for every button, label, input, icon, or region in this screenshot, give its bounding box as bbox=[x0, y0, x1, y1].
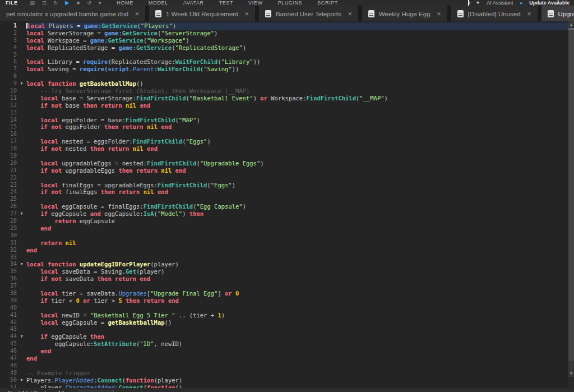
undo-icon[interactable]: ↺ bbox=[87, 0, 91, 6]
code-line[interactable]: 15 if not eggsFolder then return nil end bbox=[0, 123, 568, 131]
tab-1-week-old-requirement[interactable]: 1 Week Old Requirement× bbox=[149, 6, 255, 21]
close-icon[interactable]: × bbox=[348, 10, 352, 18]
code-line[interactable]: 47end bbox=[0, 355, 568, 362]
code-line[interactable]: 41 local newID = "Basketball Egg 5 Tier … bbox=[0, 312, 568, 319]
tab-disabled-unused[interactable]: [Disabled] Unused× bbox=[451, 6, 538, 21]
fold-arrow-icon[interactable]: ▼ bbox=[17, 210, 26, 218]
code-line[interactable]: 37 bbox=[0, 283, 568, 290]
code-line[interactable]: 26 local eggCapsule = finalEggs:FindFirs… bbox=[0, 203, 568, 210]
code-line[interactable]: 4local ReplicatedStorage = game:GetServi… bbox=[0, 44, 568, 52]
code-line[interactable]: 13 bbox=[0, 109, 568, 117]
fold-arrow-icon[interactable]: ▼ bbox=[17, 333, 26, 340]
script-editor[interactable]: 1local Players = game:GetService("Player… bbox=[0, 21, 568, 388]
scroll-down-icon[interactable]: ▼ bbox=[568, 370, 574, 377]
scrollbar-thumb[interactable] bbox=[568, 29, 574, 361]
fold-arrow-icon[interactable]: ▼ bbox=[17, 261, 26, 268]
code-line[interactable]: 32end bbox=[0, 247, 568, 254]
code-line[interactable]: 49-- Example trigger bbox=[0, 370, 568, 377]
tab-pet-simulator-x-upgraded-bambs-game-rbxl[interactable]: pet simulator x upgraded bambs game.rbxl… bbox=[0, 6, 145, 21]
menu-avatar[interactable]: AVATAR bbox=[183, 0, 204, 6]
code-line[interactable]: 14 local eggsFolder = base:FindFirstChil… bbox=[0, 117, 568, 124]
code-line[interactable]: 25 bbox=[0, 196, 568, 203]
tab-weekly-huge-egg[interactable]: Weekly Huge Egg× bbox=[362, 6, 447, 21]
code-line[interactable]: 19 bbox=[0, 153, 568, 160]
menu-plugins[interactable]: PLUGINS bbox=[278, 0, 303, 6]
code-line[interactable]: 16 bbox=[0, 131, 568, 138]
publish-icon[interactable]: ⊡ bbox=[42, 0, 47, 6]
output-tab[interactable]: Output bbox=[78, 390, 114, 392]
code-line[interactable]: 46 end bbox=[0, 348, 568, 355]
code-line[interactable]: 42 local eggCapsule = getBasketballMap() bbox=[0, 319, 568, 326]
line-number: 3 bbox=[0, 37, 17, 44]
close-icon[interactable]: × bbox=[527, 10, 531, 18]
save-icon[interactable]: ▤ bbox=[30, 0, 35, 6]
code-line[interactable]: 51 player.CharacterAdded:Connect(functio… bbox=[0, 384, 568, 388]
chevron-down-icon[interactable]: ▾ bbox=[468, 0, 469, 6]
fold-arrow-icon[interactable]: ▼ bbox=[17, 377, 26, 384]
code-line[interactable]: 36 if not saveData then return end bbox=[0, 275, 568, 283]
code-line[interactable]: 5 bbox=[0, 52, 568, 59]
find-all-replace-all-tab[interactable]: Find All / Replace All bbox=[8, 390, 64, 392]
file-menu[interactable]: FILE bbox=[6, 0, 18, 6]
code-line[interactable]: 24 if not finalEggs then return nil end bbox=[0, 188, 568, 196]
code-line[interactable]: 44▼ if eggCapsule then bbox=[0, 333, 568, 340]
code-line[interactable]: 35 local saveData = Saving.Get(player) bbox=[0, 268, 568, 275]
code-line[interactable]: 45 eggCapsule:SetAttribute("ID", newID) bbox=[0, 340, 568, 348]
tab-upgradable-eggs-yeet[interactable]: Upgradable Eggs (Yeet)× bbox=[541, 6, 574, 21]
redo-icon[interactable]: ↻ bbox=[54, 0, 58, 6]
update-available-button[interactable]: Update Available bbox=[529, 0, 570, 6]
menu-model[interactable]: MODEL bbox=[149, 0, 168, 6]
code-line[interactable]: 11 local base = ServerStorage:FindFirstC… bbox=[0, 95, 568, 102]
code-line[interactable]: 28 return eggCapsule bbox=[0, 218, 568, 225]
code-line[interactable]: 18 if not nested then return nil end bbox=[0, 145, 568, 153]
close-icon[interactable]: × bbox=[245, 10, 249, 18]
code-line[interactable]: 50▼Players.PlayerAdded:Connect(function(… bbox=[0, 377, 568, 384]
code-line[interactable]: 10 -- Try ServerStorage first (Studio), … bbox=[0, 87, 568, 95]
stop-icon[interactable]: ■ bbox=[77, 0, 80, 6]
code-line[interactable]: 48 bbox=[0, 362, 568, 370]
menu-home[interactable]: HOME bbox=[117, 0, 133, 6]
code-line[interactable]: 20 local upgradableEggs = nested:FindFir… bbox=[0, 160, 568, 167]
menu-test[interactable]: TEST bbox=[219, 0, 233, 6]
line-number: 31 bbox=[0, 239, 17, 247]
code-line[interactable]: 39 if tier < 0 or tier > 5 then return e… bbox=[0, 297, 568, 305]
code-line[interactable]: 8 bbox=[0, 73, 568, 80]
close-icon[interactable]: × bbox=[135, 10, 139, 18]
code-text: eggCapsule:SetAttribute("ID", newID) bbox=[26, 340, 568, 348]
code-line[interactable]: 31 return nil bbox=[0, 239, 568, 247]
code-line[interactable]: 43 bbox=[0, 326, 568, 333]
code-line[interactable]: 3local Workspace = game:GetService("Work… bbox=[0, 37, 568, 44]
code-line[interactable]: 1local Players = game:GetService("Player… bbox=[0, 22, 568, 30]
code-text: local function updateEggIDForPlayer(play… bbox=[26, 261, 568, 268]
code-line[interactable]: 7local Saving = require(script.Parent:Wa… bbox=[0, 66, 568, 73]
play-icon[interactable]: ▶ bbox=[65, 0, 70, 6]
code-line[interactable]: 30 bbox=[0, 232, 568, 239]
code-line[interactable]: 27▼ if eggCapsule and eggCapsule:IsA("Mo… bbox=[0, 210, 568, 218]
ai-sparkle-icon[interactable]: ✦ bbox=[476, 0, 480, 6]
close-icon[interactable]: × bbox=[437, 10, 441, 18]
code-line[interactable]: 21 if not upgradableEggs then return nil… bbox=[0, 167, 568, 174]
code-line[interactable]: 17 local nested = eggsFolder:FindFirstCh… bbox=[0, 138, 568, 145]
code-line[interactable]: 38 local tier = saveData.Upgrades["Upgra… bbox=[0, 290, 568, 297]
code-line[interactable]: 33 bbox=[0, 254, 568, 261]
scroll-up-icon[interactable]: ▲ bbox=[568, 21, 574, 29]
run-dropdown-icon[interactable]: ▾ bbox=[99, 0, 101, 6]
code-line[interactable]: 9▼local function getBasketballMap() bbox=[0, 80, 568, 87]
menu-view[interactable]: VIEW bbox=[248, 0, 262, 6]
code-line[interactable]: 29 end bbox=[0, 225, 568, 232]
code-line[interactable]: 2local ServerStorage = game:GetService("… bbox=[0, 30, 568, 37]
vertical-scrollbar[interactable]: ▲ ▼ bbox=[568, 21, 574, 377]
fold-arrow-icon[interactable]: ▼ bbox=[17, 80, 26, 87]
ai-assistant-button[interactable]: AI Assistant bbox=[487, 0, 513, 6]
code-line[interactable]: 22 bbox=[0, 174, 568, 182]
tab-banned-user-teleports[interactable]: Banned User Teleports× bbox=[259, 6, 358, 21]
code-line[interactable]: 6local Library = require(ReplicatedStora… bbox=[0, 58, 568, 66]
code-line[interactable]: 23 local finalEggs = upgradableEggs:Find… bbox=[0, 182, 568, 189]
line-number: 26 bbox=[0, 203, 17, 210]
menu-script[interactable]: SCRIPT bbox=[317, 0, 338, 6]
code-line[interactable]: 34▼local function updateEggIDForPlayer(p… bbox=[0, 261, 568, 268]
code-line[interactable]: 40 bbox=[0, 305, 568, 312]
code-line[interactable]: 12 if not base then return nil end bbox=[0, 102, 568, 109]
line-number: 18 bbox=[0, 145, 17, 153]
bottom-dock-bar: Find All / Replace All Output bbox=[0, 388, 574, 392]
